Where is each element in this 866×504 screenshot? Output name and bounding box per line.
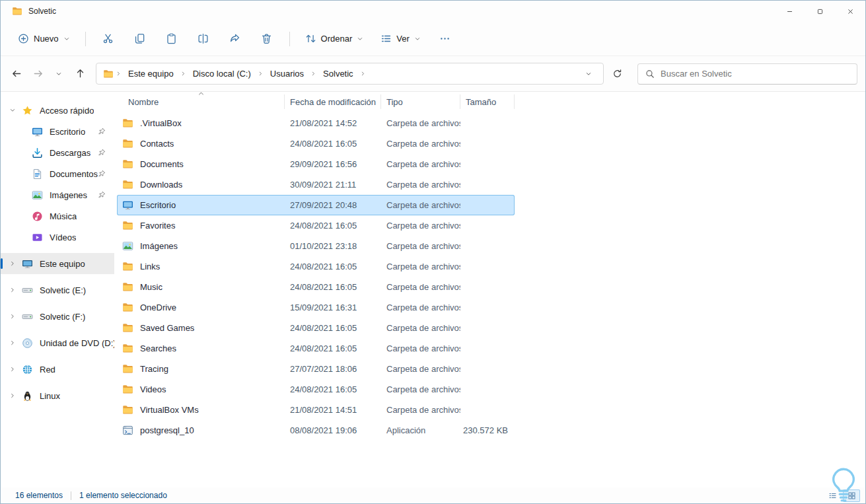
file-modified-date: 30/09/2021 21:11: [285, 180, 381, 190]
sidebar-item-icon: [22, 364, 33, 375]
sidebar-item-unidad-de-dvd-d[interactable]: Unidad de DVD (D:): [1, 332, 114, 353]
thumbnail-view-button[interactable]: [843, 489, 860, 502]
sidebar-item-quick-access[interactable]: Acceso rápido: [1, 100, 114, 121]
share-button[interactable]: [221, 27, 250, 51]
sidebar-item-musica[interactable]: Música: [1, 205, 114, 227]
chevron-down-icon[interactable]: [9, 107, 16, 114]
file-name: Favorites: [140, 221, 175, 231]
column-header-tamano[interactable]: Tamaño: [460, 94, 515, 109]
file-icon: [122, 220, 133, 231]
file-modified-date: 29/09/2021 16:56: [285, 159, 381, 169]
paste-button[interactable]: [157, 27, 186, 51]
file-row-favorites[interactable]: Favorites 24/08/2021 16:05 Carpeta de ar…: [117, 215, 515, 236]
file-modified-date: 24/08/2021 16:05: [285, 221, 381, 231]
refresh-button[interactable]: [606, 63, 628, 85]
chevron-down-icon: [63, 36, 70, 42]
cut-button[interactable]: [94, 27, 123, 51]
view-button[interactable]: Ver: [373, 27, 428, 51]
column-header-tipo[interactable]: Tipo: [381, 94, 460, 109]
chevron-right-icon[interactable]: [180, 71, 186, 77]
file-row-music[interactable]: Music 24/08/2021 16:05 Carpeta de archiv…: [117, 277, 515, 297]
file-icon: [122, 138, 133, 149]
breadcrumb-item-label[interactable]: Disco local (C:): [188, 66, 256, 81]
file-row-virtualbox-vms[interactable]: VirtualBox VMs 21/08/2021 14:51 Carpeta …: [117, 400, 515, 420]
chevron-right-icon[interactable]: [360, 71, 366, 77]
file-row-tracing[interactable]: Tracing 27/07/2021 18:06 Carpeta de arch…: [117, 359, 515, 379]
breadcrumb-item-solvetic[interactable]: Solvetic: [318, 66, 368, 81]
breadcrumb-item-label[interactable]: Este equipo: [124, 66, 178, 81]
sidebar-item-label: Unidad de DVD (D:): [40, 338, 114, 348]
file-row-postgresql-10[interactable]: postgresql_10 08/08/2021 19:06 Aplicació…: [117, 420, 515, 441]
sidebar-item-escritorio[interactable]: Escritorio: [1, 121, 114, 142]
sidebar-item-icon: [22, 338, 33, 349]
forward-button[interactable]: [27, 63, 48, 85]
view-toggles: [824, 489, 860, 502]
maximize-icon: [816, 8, 824, 15]
maximize-button[interactable]: [805, 1, 835, 22]
chevron-right-icon[interactable]: [9, 392, 16, 399]
file-row-onedrive[interactable]: OneDrive 15/09/2021 16:31 Carpeta de arc…: [117, 297, 515, 318]
delete-button[interactable]: [252, 27, 281, 51]
breadcrumb-item-usuarios[interactable]: Usuarios: [266, 66, 318, 81]
new-button-label: Nuevo: [34, 34, 59, 44]
sidebar-item-videos[interactable]: Vídeos: [1, 227, 114, 248]
breadcrumb-item-label[interactable]: Usuarios: [266, 66, 308, 81]
file-row-imagenes[interactable]: Imágenes 01/10/2021 23:18 Carpeta de arc…: [117, 236, 515, 256]
file-row-escritorio[interactable]: Escritorio 27/09/2021 20:48 Carpeta de a…: [117, 195, 515, 215]
arrow-left-icon: [12, 69, 22, 79]
file-row-links[interactable]: Links 24/08/2021 16:05 Carpeta de archiv…: [117, 256, 515, 277]
file-name: VirtualBox VMs: [140, 405, 199, 415]
details-view-button[interactable]: [824, 489, 841, 502]
back-button[interactable]: [6, 63, 27, 85]
search-input[interactable]: [661, 69, 849, 79]
more-options-button[interactable]: [431, 27, 460, 51]
rename-button[interactable]: [189, 27, 218, 51]
sidebar-item-solvetic-f[interactable]: Solvetic (F:): [1, 306, 114, 327]
sidebar-item-red[interactable]: Red: [1, 359, 114, 380]
column-header-fecha[interactable]: Fecha de modificación: [285, 94, 381, 109]
file-modified-date: 24/08/2021 16:05: [285, 262, 381, 271]
sidebar-item-solvetic-e[interactable]: Solvetic (E:): [1, 279, 114, 301]
chevron-right-icon[interactable]: [9, 260, 16, 267]
copy-button[interactable]: [126, 27, 155, 51]
chevron-right-icon[interactable]: [258, 71, 264, 77]
file-icon: [122, 118, 133, 129]
file-name: Searches: [140, 343, 176, 353]
chevron-down-icon: [357, 36, 363, 42]
file-name: Links: [140, 262, 160, 271]
file-row-contacts[interactable]: Contacts 24/08/2021 16:05 Carpeta de arc…: [117, 133, 515, 154]
file-row-virtualbox[interactable]: .VirtualBox 21/08/2021 14:52 Carpeta de …: [117, 113, 515, 133]
file-row-downloads[interactable]: Downloads 30/09/2021 21:11 Carpeta de ar…: [117, 174, 515, 195]
address-dropdown-button[interactable]: [578, 63, 599, 85]
file-row-documents[interactable]: Documents 29/09/2021 16:56 Carpeta de ar…: [117, 154, 515, 174]
sidebar-item-linux[interactable]: Linux: [1, 385, 114, 406]
sort-button[interactable]: Ordenar: [298, 27, 371, 51]
chevron-right-icon[interactable]: [9, 340, 16, 346]
file-row-searches[interactable]: Searches 24/08/2021 16:05 Carpeta de arc…: [117, 338, 515, 359]
breadcrumb-item-label[interactable]: Solvetic: [318, 66, 358, 81]
file-type: Carpeta de archivos: [381, 180, 460, 190]
close-icon: [847, 8, 854, 15]
sidebar-item-este-equipo[interactable]: Este equipo: [1, 253, 114, 274]
sidebar-item-imagenes[interactable]: Imágenes: [1, 184, 114, 205]
up-button[interactable]: [69, 63, 90, 85]
chevron-right-icon[interactable]: [9, 313, 16, 320]
file-row-videos[interactable]: Videos 24/08/2021 16:05 Carpeta de archi…: [117, 379, 515, 400]
breadcrumb-item-este-equipo[interactable]: Este equipo: [124, 66, 188, 81]
breadcrumb[interactable]: Este equipo Disco local (C:) Usuarios So…: [96, 63, 604, 85]
minimize-button[interactable]: [774, 1, 805, 22]
address-bar: Este equipo Disco local (C:) Usuarios So…: [1, 56, 865, 92]
chevron-right-icon[interactable]: [9, 287, 16, 293]
close-button[interactable]: [835, 1, 865, 22]
sidebar-item-descargas[interactable]: Descargas: [1, 142, 114, 163]
file-rows: .VirtualBox 21/08/2021 14:52 Carpeta de …: [117, 113, 865, 441]
file-row-saved-games[interactable]: Saved Games 24/08/2021 16:05 Carpeta de …: [117, 318, 515, 338]
chevron-right-icon[interactable]: [9, 366, 16, 373]
column-header-nombre[interactable]: Nombre: [117, 94, 285, 109]
chevron-right-icon[interactable]: [310, 71, 316, 77]
sidebar-item-documentos[interactable]: Documentos: [1, 163, 114, 184]
new-button[interactable]: Nuevo: [11, 27, 77, 51]
breadcrumb-item-disco-local-c[interactable]: Disco local (C:): [188, 66, 266, 81]
recent-locations-button[interactable]: [48, 63, 69, 85]
chevron-right-icon[interactable]: [116, 71, 122, 77]
